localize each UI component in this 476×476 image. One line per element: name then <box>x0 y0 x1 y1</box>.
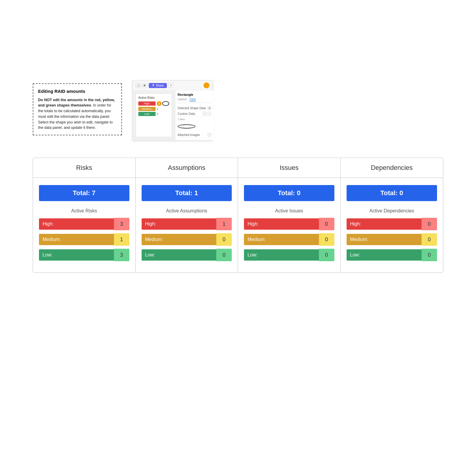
preview-widget: ⬜ ⊞ Share ⤢ Active Risks High: 2 Medium: <box>132 80 213 140</box>
risks-low-row: Low: 3 <box>39 249 129 261</box>
dependencies-total: Total: 0 <box>347 185 437 201</box>
instruction-body: Do NOT edit the amounts in the red, yell… <box>38 97 117 131</box>
issues-medium-row: Medium: 0 <box>244 233 334 246</box>
col-assumptions: Total: 1 Active Assumptions High: 1 Medi… <box>136 178 238 273</box>
expand-icon: ⤢ <box>169 83 173 88</box>
dependencies-medium-row: Medium: 0 <box>347 233 437 246</box>
issues-total: Total: 0 <box>244 185 334 201</box>
selected-shape-data-section: Selected Shape Data ⊞ <box>178 105 211 111</box>
assumptions-total: Total: 1 <box>142 185 232 201</box>
header-assumptions: Assumptions <box>136 158 238 178</box>
header-issues: Issues <box>238 158 341 178</box>
issues-medium-count: 0 <box>319 233 334 246</box>
assumptions-medium-label: Medium: <box>142 234 217 245</box>
avatar <box>203 82 209 88</box>
issues-high-count: 0 <box>319 218 334 230</box>
issues-section-label: Active Issues <box>244 208 334 214</box>
preview-canvas: Active Risks High: 2 Medium: 1 Low: 3 <box>133 90 175 140</box>
risks-medium-count: 1 <box>114 233 129 246</box>
assumptions-high-count: 1 <box>216 218 232 230</box>
attached-images-section: Attached Images + <box>178 132 211 138</box>
risks-medium-row: Medium: 1 <box>39 233 129 246</box>
item-count: 1 item <box>178 117 211 123</box>
instruction-title: Editing RAID amounts <box>38 88 117 95</box>
assumptions-medium-row: Medium: 0 <box>142 233 232 246</box>
dashboard: Risks Assumptions Issues Dependencies To… <box>33 158 443 273</box>
col-dependencies: Total: 0 Active Dependencies High: 0 Med… <box>341 178 443 273</box>
issues-high-label: High: <box>244 218 319 230</box>
add-image-icon[interactable]: + <box>208 133 211 137</box>
issues-high-row: High: 0 <box>244 218 334 230</box>
assumptions-section-label: Active Assumptions <box>142 208 232 214</box>
risks-section-label: Active Risks <box>39 208 129 214</box>
issues-low-count: 0 <box>319 249 334 261</box>
issues-low-label: Low: <box>244 249 319 261</box>
risks-high-label: High: <box>39 218 114 230</box>
dependencies-low-count: 0 <box>422 249 437 261</box>
dependencies-section-label: Active Dependencies <box>347 208 437 214</box>
assumptions-low-label: Low: <box>142 249 217 261</box>
dependencies-high-label: High: <box>347 218 422 230</box>
dependencies-high-count: 0 <box>422 218 437 230</box>
issues-low-row: Low: 0 <box>244 249 334 261</box>
risks-low-count: 3 <box>114 249 129 261</box>
risks-high-count: 3 <box>114 218 129 230</box>
assumptions-low-row: Low: 0 <box>142 249 232 261</box>
dependencies-low-label: Low: <box>347 249 422 261</box>
risks-total: Total: 7 <box>39 185 129 201</box>
header-risks: Risks <box>33 158 136 178</box>
dashboard-body: Total: 7 Active Risks High: 3 Medium: 1 <box>33 178 443 273</box>
risks-high-row: High: 3 <box>39 218 129 230</box>
dependencies-high-row: High: 0 <box>347 218 437 230</box>
assumptions-high-row: High: 1 <box>142 218 232 230</box>
header-dependencies: Dependencies <box>341 158 443 178</box>
more-icon[interactable]: ⋮ <box>208 112 211 115</box>
mini-raid-card: Active Risks High: 2 Medium: 1 Low: 3 <box>136 93 172 137</box>
dashboard-header: Risks Assumptions Issues Dependencies <box>33 158 443 178</box>
assumptions-high-label: High: <box>142 218 217 230</box>
instruction-box: Editing RAID amounts Do NOT edit the amo… <box>33 83 122 135</box>
assumptions-medium-count: 0 <box>216 233 232 246</box>
highlight-oval <box>162 101 169 106</box>
add-icon[interactable]: + <box>203 112 206 115</box>
col-risks: Total: 7 Active Risks High: 3 Medium: 1 <box>33 178 136 273</box>
preview-panel: Rectangle Layout Data Selected Shape Dat… <box>175 90 214 140</box>
oval-highlight <box>178 124 195 129</box>
assumptions-low-count: 0 <box>216 249 232 261</box>
dependencies-low-row: Low: 0 <box>347 249 437 261</box>
col-issues: Total: 0 Active Issues High: 0 Medium: 0 <box>238 178 341 273</box>
share-button[interactable]: Share <box>149 83 167 88</box>
frame-icon: ⬜ <box>136 83 140 88</box>
risks-low-label: Low: <box>39 249 114 261</box>
panel-tabs: Layout Data <box>178 98 211 103</box>
issues-medium-label: Medium: <box>244 234 319 245</box>
custom-data-section: Custom Data + ⋮ <box>178 111 211 117</box>
risks-medium-label: Medium: <box>39 234 114 245</box>
dependencies-medium-label: Medium: <box>347 234 422 245</box>
table-icon[interactable]: ⊞ <box>208 106 211 110</box>
dependencies-medium-count: 0 <box>422 233 437 246</box>
preview-toolbar: ⬜ ⊞ Share ⤢ <box>133 81 212 90</box>
grid-icon: ⊞ <box>142 83 147 88</box>
